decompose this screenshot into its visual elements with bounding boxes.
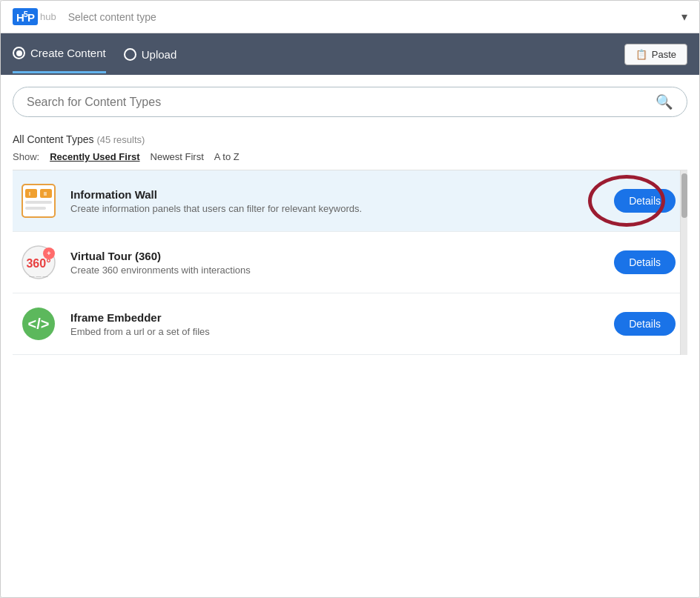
collapse-icon[interactable]: ▾ <box>681 10 687 24</box>
title-bar-left: H5P hub Select content type <box>13 8 156 25</box>
create-content-label: Create Content <box>30 47 106 59</box>
info-wall-details-button[interactable]: Details <box>614 189 676 213</box>
sort-recently-used[interactable]: Recently Used First <box>50 151 139 162</box>
sort-a-to-z[interactable]: A to Z <box>214 151 240 162</box>
scrollbar-thumb[interactable] <box>681 173 687 218</box>
show-bar: Show: Recently Used First Newest First A… <box>13 148 687 170</box>
svg-rect-4 <box>25 207 46 210</box>
all-types-label: All Content Types <box>13 133 93 145</box>
list-item: 360° + — — — Virtual Tour (360) Create 3… <box>13 232 687 293</box>
tab-create-content[interactable]: Create Content <box>13 35 106 73</box>
info-wall-icon: I II <box>19 181 59 221</box>
virtual-tour-text: Virtual Tour (360) Create 360 environmen… <box>70 250 614 276</box>
info-wall-desc: Create information panels that users can… <box>70 203 614 214</box>
h5p-logo-text: H5P <box>13 8 38 25</box>
top-bar: Create Content Upload 📋 Paste <box>1 33 699 75</box>
list-item: I II Information Wall Create information… <box>13 170 687 232</box>
svg-text:II: II <box>44 191 47 196</box>
virtual-tour-icon: 360° + — — — <box>19 242 59 282</box>
iframe-desc: Embed from a url or a set of files <box>70 326 614 337</box>
svg-text:+: + <box>47 250 50 257</box>
scrollbar[interactable] <box>680 170 687 355</box>
h5p-logo: H5P hub <box>13 8 56 25</box>
main-window: H5P hub Select content type ▾ Create Con… <box>0 0 700 598</box>
iframe-name: Iframe Embedder <box>70 311 614 324</box>
svg-text:— — —: — — — <box>30 273 48 279</box>
virtual-tour-name: Virtual Tour (360) <box>70 250 614 262</box>
hub-text: hub <box>40 11 56 22</box>
info-wall-text: Information Wall Create information pane… <box>70 188 614 214</box>
list-item: </> Iframe Embedder Embed from a url or … <box>13 293 687 355</box>
search-bar-wrap: 🔍 <box>1 75 699 124</box>
virtual-tour-details-button[interactable]: Details <box>614 250 676 274</box>
svg-text:</>: </> <box>28 316 50 332</box>
svg-rect-3 <box>25 201 52 204</box>
search-input[interactable] <box>27 96 656 109</box>
iframe-details-button[interactable]: Details <box>614 312 676 336</box>
title-bar: H5P hub Select content type ▾ <box>1 1 699 33</box>
paste-icon: 📋 <box>635 49 647 60</box>
upload-label: Upload <box>142 48 177 61</box>
search-bar: 🔍 <box>13 87 687 117</box>
iframe-icon: </> <box>19 304 59 344</box>
info-wall-name: Information Wall <box>70 188 614 201</box>
title-bar-title: Select content type <box>68 11 156 23</box>
content-items-wrap: I II Information Wall Create information… <box>13 170 687 355</box>
svg-rect-1 <box>25 189 37 198</box>
svg-text:I: I <box>29 191 30 196</box>
search-icon: 🔍 <box>656 93 673 110</box>
show-label: Show: <box>13 151 39 162</box>
tab-upload[interactable]: Upload <box>124 36 177 73</box>
iframe-text: Iframe Embedder Embed from a url or a se… <box>70 311 614 337</box>
content-list: I II Information Wall Create information… <box>13 170 687 355</box>
tab-group: Create Content Upload <box>13 35 176 73</box>
sort-newest-first[interactable]: Newest First <box>151 151 204 162</box>
content-area: All Content Types (45 results) Show: Rec… <box>1 124 699 597</box>
paste-button[interactable]: 📋 Paste <box>624 44 687 65</box>
virtual-tour-desc: Create 360 environments with interaction… <box>70 265 614 276</box>
all-content-types-header: All Content Types (45 results) <box>13 124 687 148</box>
results-count: (45 results) <box>96 134 145 145</box>
radio-upload <box>124 48 136 61</box>
radio-create <box>13 47 25 59</box>
paste-label: Paste <box>652 49 676 60</box>
